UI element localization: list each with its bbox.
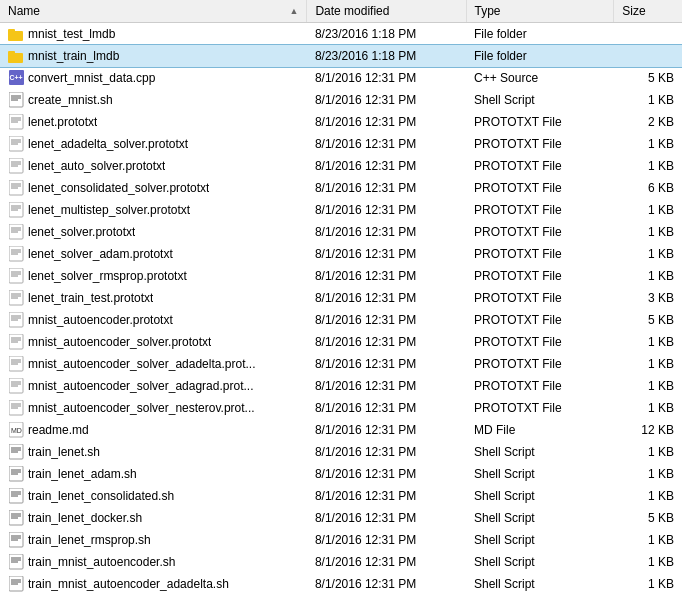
file-size: 5 KB — [614, 309, 682, 331]
table-row[interactable]: train_lenet_rmsprop.sh8/1/2016 12:31 PMS… — [0, 529, 682, 551]
table-row[interactable]: mnist_autoencoder_solver_nesterov.prot..… — [0, 397, 682, 419]
file-name: train_mnist_autoencoder_adadelta.sh — [28, 577, 229, 591]
shell-file-icon — [9, 466, 24, 482]
folder-icon — [8, 48, 24, 64]
table-row[interactable]: lenet_multistep_solver.prototxt8/1/2016 … — [0, 199, 682, 221]
proto-file-icon — [9, 180, 24, 196]
proto-icon — [8, 334, 24, 350]
file-size: 2 KB — [614, 111, 682, 133]
proto-file-icon — [9, 400, 24, 416]
file-date: 8/1/2016 12:31 PM — [307, 375, 466, 397]
table-row[interactable]: train_lenet_docker.sh8/1/2016 12:31 PMSh… — [0, 507, 682, 529]
proto-icon — [8, 136, 24, 152]
file-date: 8/1/2016 12:31 PM — [307, 133, 466, 155]
file-name-cell: mnist_autoencoder.prototxt — [0, 309, 307, 331]
sort-arrow-name: ▲ — [289, 6, 298, 16]
file-name-cell: mnist_autoencoder_solver_nesterov.prot..… — [0, 397, 307, 419]
file-type: Shell Script — [466, 551, 614, 573]
file-name: lenet_adadelta_solver.prototxt — [28, 137, 188, 151]
file-size: 1 KB — [614, 155, 682, 177]
table-row[interactable]: mnist_autoencoder_solver_adadelta.prot..… — [0, 353, 682, 375]
file-type: PROTOTXT File — [466, 375, 614, 397]
proto-file-icon — [9, 268, 24, 284]
proto-file-icon — [9, 312, 24, 328]
file-name: lenet_train_test.prototxt — [28, 291, 153, 305]
file-name: lenet_consolidated_solver.prototxt — [28, 181, 209, 195]
file-date: 8/1/2016 12:31 PM — [307, 463, 466, 485]
file-size — [614, 23, 682, 45]
file-name-cell: lenet_adadelta_solver.prototxt — [0, 133, 307, 155]
shell-file-icon — [9, 554, 24, 570]
file-name: mnist_autoencoder.prototxt — [28, 313, 173, 327]
shell-icon — [8, 466, 24, 482]
table-row[interactable]: mnist_autoencoder_solver.prototxt8/1/201… — [0, 331, 682, 353]
proto-icon — [8, 268, 24, 284]
file-name: lenet.prototxt — [28, 115, 97, 129]
table-row[interactable]: lenet_solver_adam.prototxt8/1/2016 12:31… — [0, 243, 682, 265]
table-row[interactable]: lenet_adadelta_solver.prototxt8/1/2016 1… — [0, 133, 682, 155]
file-type: Shell Script — [466, 89, 614, 111]
table-row[interactable]: lenet.prototxt8/1/2016 12:31 PMPROTOTXT … — [0, 111, 682, 133]
col-header-name[interactable]: Name ▲ — [0, 0, 307, 23]
file-size: 1 KB — [614, 551, 682, 573]
shell-file-icon — [9, 488, 24, 504]
table-row[interactable]: create_mnist.sh8/1/2016 12:31 PMShell Sc… — [0, 89, 682, 111]
col-header-type[interactable]: Type — [466, 0, 614, 23]
file-date: 8/1/2016 12:31 PM — [307, 573, 466, 594]
file-type: PROTOTXT File — [466, 287, 614, 309]
file-name-cell: lenet_solver_rmsprop.prototxt — [0, 265, 307, 287]
proto-icon — [8, 114, 24, 130]
file-name-cell: train_mnist_autoencoder_adadelta.sh — [0, 573, 307, 594]
shell-icon — [8, 576, 24, 592]
table-row[interactable]: MD readme.md8/1/2016 12:31 PMMD File12 K… — [0, 419, 682, 441]
table-row[interactable]: mnist_train_lmdb8/23/2016 1:18 PMFile fo… — [0, 45, 682, 67]
table-row[interactable]: lenet_solver.prototxt8/1/2016 12:31 PMPR… — [0, 221, 682, 243]
table-row[interactable]: train_mnist_autoencoder.sh8/1/2016 12:31… — [0, 551, 682, 573]
file-date: 8/1/2016 12:31 PM — [307, 353, 466, 375]
file-name-cell: mnist_autoencoder_solver.prototxt — [0, 331, 307, 353]
col-header-size[interactable]: Size — [614, 0, 682, 23]
file-date: 8/1/2016 12:31 PM — [307, 177, 466, 199]
md-icon: MD — [8, 422, 24, 438]
table-row[interactable]: lenet_consolidated_solver.prototxt8/1/20… — [0, 177, 682, 199]
file-name: train_lenet_consolidated.sh — [28, 489, 174, 503]
table-row[interactable]: train_mnist_autoencoder_adadelta.sh8/1/2… — [0, 573, 682, 594]
table-row[interactable]: mnist_test_lmdb8/23/2016 1:18 PMFile fol… — [0, 23, 682, 45]
proto-icon — [8, 290, 24, 306]
file-name-cell: lenet_solver_adam.prototxt — [0, 243, 307, 265]
proto-icon — [8, 378, 24, 394]
folder-icon — [8, 27, 24, 41]
file-date: 8/1/2016 12:31 PM — [307, 551, 466, 573]
table-row[interactable]: lenet_solver_rmsprop.prototxt8/1/2016 12… — [0, 265, 682, 287]
file-date: 8/1/2016 12:31 PM — [307, 485, 466, 507]
table-row[interactable]: train_lenet_adam.sh8/1/2016 12:31 PMShel… — [0, 463, 682, 485]
table-row[interactable]: lenet_train_test.prototxt8/1/2016 12:31 … — [0, 287, 682, 309]
table-row[interactable]: lenet_auto_solver.prototxt8/1/2016 12:31… — [0, 155, 682, 177]
shell-file-icon — [9, 576, 24, 592]
file-size: 1 KB — [614, 331, 682, 353]
table-row[interactable]: mnist_autoencoder.prototxt8/1/2016 12:31… — [0, 309, 682, 331]
file-date: 8/1/2016 12:31 PM — [307, 111, 466, 133]
file-size: 6 KB — [614, 177, 682, 199]
table-row[interactable]: C++convert_mnist_data.cpp8/1/2016 12:31 … — [0, 67, 682, 89]
file-name: mnist_autoencoder_solver_adadelta.prot..… — [28, 357, 255, 371]
table-row[interactable]: train_lenet_consolidated.sh8/1/2016 12:3… — [0, 485, 682, 507]
table-row[interactable]: mnist_autoencoder_solver_adagrad.prot...… — [0, 375, 682, 397]
file-name: readme.md — [28, 423, 89, 437]
file-name-cell: C++convert_mnist_data.cpp — [0, 67, 307, 89]
file-date: 8/1/2016 12:31 PM — [307, 265, 466, 287]
file-type: PROTOTXT File — [466, 265, 614, 287]
file-size: 1 KB — [614, 133, 682, 155]
proto-icon — [8, 180, 24, 196]
col-header-date[interactable]: Date modified — [307, 0, 466, 23]
proto-file-icon — [9, 202, 24, 218]
table-row[interactable]: train_lenet.sh8/1/2016 12:31 PMShell Scr… — [0, 441, 682, 463]
file-list[interactable]: Name ▲ Date modified Type Size — [0, 0, 682, 593]
file-size: 1 KB — [614, 529, 682, 551]
file-date: 8/1/2016 12:31 PM — [307, 441, 466, 463]
file-name: create_mnist.sh — [28, 93, 113, 107]
md-file-icon: MD — [9, 422, 24, 438]
file-name: mnist_autoencoder_solver_adagrad.prot... — [28, 379, 253, 393]
file-name-cell: train_lenet_adam.sh — [0, 463, 307, 485]
file-size: 1 KB — [614, 485, 682, 507]
